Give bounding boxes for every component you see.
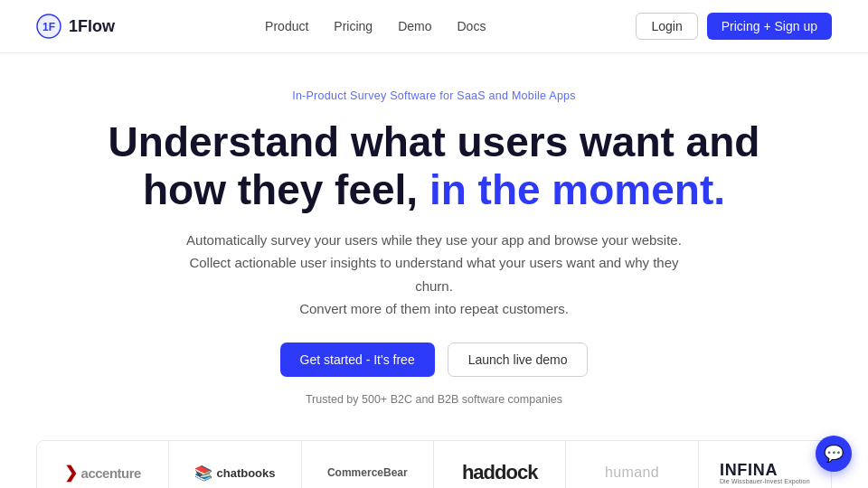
- hero-desc: Automatically survey your users while th…: [181, 229, 687, 321]
- hero-section: In-Product Survey Software for SaaS and …: [0, 53, 868, 440]
- nav-pricing[interactable]: Pricing: [334, 19, 373, 33]
- logo-humand: humand: [566, 441, 698, 488]
- logo-commercebear: CommerceBear: [302, 441, 434, 488]
- logos-section: ❯ accenture 📚chatbooks CommerceBear hadd…: [0, 440, 868, 488]
- logo-label: 1Flow: [69, 17, 115, 36]
- hero-desc-line2: Collect actionable user insights to unde…: [189, 255, 678, 294]
- nav-demo[interactable]: Demo: [398, 19, 431, 33]
- chat-bubble[interactable]: 💬: [816, 436, 852, 472]
- signup-button[interactable]: Pricing + Sign up: [707, 13, 832, 40]
- logo[interactable]: 1F 1Flow: [36, 14, 115, 39]
- nav-actions: Login Pricing + Sign up: [636, 13, 832, 40]
- live-demo-button[interactable]: Launch live demo: [448, 343, 589, 377]
- logo-chatbooks: 📚chatbooks: [169, 441, 301, 488]
- logo-infina: INFINA Die Wissbauer-Invest Expotion: [699, 441, 831, 488]
- get-started-button[interactable]: Get started - It's free: [280, 343, 435, 377]
- hero-title-highlight: in the moment.: [429, 166, 725, 213]
- logo-icon: 1F: [36, 14, 61, 39]
- hero-buttons: Get started - It's free Launch live demo: [18, 343, 850, 377]
- nav-product[interactable]: Product: [265, 19, 308, 33]
- nav-links: Product Pricing Demo Docs: [265, 18, 486, 34]
- hero-desc-line3: Convert more of them into repeat custome…: [299, 301, 569, 316]
- hero-tag: In-Product Survey Software for SaaS and …: [18, 89, 850, 102]
- logo-accenture: ❯ accenture: [37, 441, 169, 488]
- logo-haddock: haddock: [434, 441, 566, 488]
- login-button[interactable]: Login: [636, 13, 697, 40]
- svg-text:1F: 1F: [42, 21, 55, 33]
- chat-icon: 💬: [824, 444, 844, 464]
- hero-desc-line1: Automatically survey your users while th…: [186, 232, 682, 248]
- nav-docs[interactable]: Docs: [458, 19, 486, 33]
- logos-grid: ❯ accenture 📚chatbooks CommerceBear hadd…: [36, 440, 832, 488]
- hero-title: Understand what users want and how they …: [81, 118, 787, 214]
- trust-text: Trusted by 500+ B2C and B2B software com…: [18, 393, 850, 406]
- navbar: 1F 1Flow Product Pricing Demo Docs Login…: [0, 0, 868, 53]
